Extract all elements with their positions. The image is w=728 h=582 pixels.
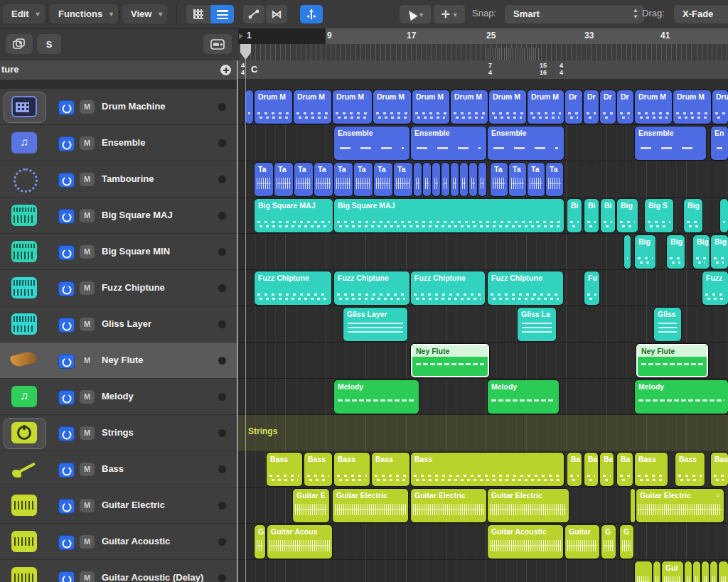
track-row-ney-flute[interactable]: MNey Flute [0, 343, 237, 379]
region[interactable]: Ta [294, 163, 313, 196]
region[interactable]: Ta [354, 163, 373, 196]
track-power-button[interactable] [58, 426, 75, 441]
region[interactable] [423, 163, 431, 196]
mute-button[interactable]: M [80, 571, 95, 582]
mute-button[interactable]: M [80, 535, 95, 549]
region[interactable]: Bass [372, 453, 410, 486]
bar-ruler[interactable]: 1917253341 [238, 28, 728, 44]
flex-button[interactable]: ⋈ [266, 5, 287, 23]
track-status-dot[interactable] [218, 429, 226, 437]
region[interactable]: Bi [601, 199, 615, 232]
region[interactable]: Big S [645, 199, 673, 232]
region[interactable]: Gui [662, 561, 683, 582]
region[interactable]: Ensemble [411, 126, 486, 160]
mute-button[interactable]: M [80, 463, 95, 476]
snap-dropdown[interactable]: Smart ▲▼ [505, 5, 644, 23]
region[interactable]: Big Square MAJ [255, 199, 333, 232]
solo-button[interactable]: S [37, 34, 61, 54]
track-row-big-square-maj[interactable]: MBig Square MAJ [0, 198, 237, 234]
region[interactable]: Fuzz Chiptune [334, 271, 410, 305]
region[interactable]: Ta [528, 163, 545, 196]
mute-button[interactable]: M [80, 499, 95, 512]
functions-menu[interactable]: Functions [50, 4, 118, 23]
region[interactable]: Guitar E [293, 489, 329, 522]
track-power-button[interactable] [58, 499, 75, 514]
region[interactable]: Guitar Acous [267, 525, 332, 559]
time-signature-segment[interactable]: 44 [557, 60, 728, 79]
mute-button[interactable]: M [80, 318, 95, 331]
region[interactable]: Dr [584, 90, 599, 124]
region[interactable]: Drum M [451, 90, 488, 124]
mute-button[interactable]: M [80, 173, 95, 186]
track-row-ensemble[interactable]: MEnsemble [0, 125, 237, 161]
region[interactable]: Bass [267, 453, 302, 486]
region[interactable] [635, 561, 652, 582]
region[interactable] [414, 163, 422, 196]
track-row-drum-machine[interactable]: MDrum Machine [0, 89, 237, 125]
drag-dropdown[interactable]: X-Fade [674, 5, 728, 23]
add-icon[interactable] [220, 65, 231, 75]
region[interactable]: Ta [334, 163, 353, 196]
track-status-dot[interactable] [218, 393, 226, 401]
track-row-bass[interactable]: MBass [0, 451, 237, 487]
region[interactable]: Bi [584, 199, 599, 232]
region[interactable]: Ney Flute [411, 344, 489, 377]
mute-button[interactable]: M [80, 354, 95, 367]
region[interactable]: Bass [304, 453, 332, 486]
track-power-button[interactable] [58, 535, 75, 550]
region[interactable]: Ta [546, 163, 563, 196]
region[interactable]: Ta [314, 163, 333, 196]
region[interactable]: Big [635, 235, 655, 269]
region[interactable]: Bass [334, 453, 370, 486]
region[interactable]: Bass [635, 453, 668, 486]
region[interactable]: Ta [274, 163, 293, 196]
track-status-dot[interactable] [218, 320, 226, 328]
region[interactable]: Ensemble [635, 126, 706, 160]
region[interactable]: Bi [567, 199, 582, 232]
region[interactable]: Fuzz Chiptune [488, 271, 563, 305]
region[interactable]: Gliss La [518, 308, 556, 341]
region[interactable]: Dru [712, 90, 728, 124]
strings-summary-lane[interactable] [238, 415, 728, 451]
track-power-button[interactable] [58, 245, 75, 260]
region[interactable]: En [711, 126, 728, 160]
region[interactable]: Fuzz Chiptune [411, 271, 485, 305]
region[interactable]: Drum M [255, 90, 292, 124]
region[interactable]: Ensemble [334, 126, 410, 160]
region[interactable]: Ba [584, 453, 598, 486]
track-status-dot[interactable] [218, 538, 226, 546]
region[interactable]: Ta [509, 163, 526, 196]
region[interactable]: Dr [600, 90, 616, 124]
region[interactable]: Big [684, 199, 702, 232]
region[interactable] [624, 235, 631, 269]
region[interactable]: G [620, 525, 633, 559]
mute-button[interactable]: M [80, 136, 95, 150]
track-status-dot[interactable] [218, 212, 226, 220]
time-signature-segment[interactable]: 1516 [537, 60, 558, 79]
region[interactable]: Ba [600, 453, 614, 486]
region[interactable]: Drum M [489, 90, 526, 124]
region[interactable]: Guitar [565, 525, 599, 559]
mute-button[interactable]: M [80, 245, 95, 259]
region[interactable]: Drum M [528, 90, 564, 124]
track-status-dot[interactable] [218, 176, 226, 183]
ruler-tick-strip[interactable] [238, 44, 728, 60]
region[interactable]: Gliss Layer [343, 308, 407, 341]
track-status-dot[interactable] [218, 139, 226, 147]
track-power-button[interactable] [58, 209, 75, 224]
track-row-fuzz-chiptune[interactable]: MFuzz Chiptune [0, 270, 237, 306]
region[interactable]: Bas [711, 453, 728, 486]
region[interactable]: Dr [617, 90, 633, 124]
mute-button[interactable]: M [80, 281, 95, 295]
automation-curve-button[interactable] [243, 5, 264, 23]
edit-menu[interactable]: Edit [3, 4, 45, 23]
region[interactable]: Gliss [654, 308, 681, 341]
view-menu[interactable]: View [122, 4, 167, 23]
track-status-dot[interactable] [218, 502, 226, 510]
region[interactable]: Big [667, 235, 685, 269]
grid-view-button[interactable] [186, 5, 210, 23]
region[interactable]: Drum M [333, 90, 372, 124]
region[interactable]: Drum M [635, 90, 672, 124]
region[interactable]: G [255, 525, 265, 559]
region[interactable] [245, 90, 253, 124]
